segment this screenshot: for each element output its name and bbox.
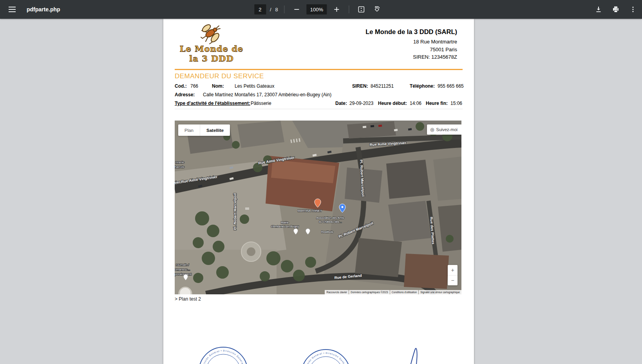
date-label: Date: bbox=[335, 101, 347, 106]
logo-line1: Le Monde de bbox=[174, 44, 249, 54]
map-type-toggle: Plan Satellite bbox=[178, 124, 230, 136]
menu-icon[interactable] bbox=[5, 3, 19, 16]
satellite-map-image[interactable]: Rue Aimé Vingtrinier Rue Aimé Vingtrinie… bbox=[175, 121, 461, 294]
heure-fin-value: 15:06 bbox=[450, 101, 462, 106]
page-number-input[interactable]: 2 bbox=[254, 4, 266, 14]
poi-label: Association des Amis bbox=[316, 216, 344, 220]
print-button[interactable] bbox=[610, 4, 622, 15]
date-value: 29-09-2023 bbox=[349, 101, 373, 106]
street-label-partial: omanesc... bbox=[175, 268, 190, 271]
attribution-data-label: Données cartographiques ©2023 bbox=[349, 290, 390, 294]
heure-debut-label: Heure début: bbox=[378, 101, 407, 106]
company-block: Le Monde de la 3 DDD (SARL) 18 Rue Montm… bbox=[365, 28, 457, 61]
zoom-in-button[interactable] bbox=[331, 4, 342, 15]
poi-label: Mairie bbox=[281, 221, 289, 224]
type-activite-label: Type d'activité de l'établissement: bbox=[175, 101, 250, 106]
map-zoom-in-button[interactable]: + bbox=[448, 265, 458, 276]
fit-page-icon bbox=[357, 5, 365, 13]
map-plan-button[interactable]: Plan bbox=[178, 124, 200, 136]
page-divider: / bbox=[270, 7, 271, 13]
street-label-partial: roumain / bbox=[176, 263, 189, 267]
stamp-seal: • Dirección General • Dirección General … bbox=[198, 346, 249, 364]
rotate-button[interactable] bbox=[371, 4, 383, 15]
heure-fin-label: Heure fin: bbox=[426, 101, 448, 106]
document-title: pdfparte.php bbox=[27, 6, 60, 13]
zoom-level: 100% bbox=[307, 4, 327, 14]
more-options-button[interactable] bbox=[627, 4, 639, 15]
company-name: Le Monde de la 3 DDD (SARL) bbox=[365, 28, 457, 36]
print-icon bbox=[612, 5, 620, 13]
fit-to-page-button[interactable] bbox=[355, 4, 367, 15]
siren-value: 845211251 bbox=[371, 83, 394, 89]
company-address1: 18 Rue Montmartre bbox=[365, 38, 457, 46]
pdf-viewer: pdfparte.php 2 / 8 100% bbox=[0, 0, 642, 364]
download-icon bbox=[595, 5, 602, 13]
section-heading: DEMANDEUR DU SERVICE bbox=[175, 72, 264, 80]
stamp-arc-text: • Dirección General • Dirección General … bbox=[300, 348, 348, 364]
fly-logo-icon bbox=[199, 23, 224, 45]
page-total: 8 bbox=[275, 7, 278, 13]
map-zoom-control: + − bbox=[448, 265, 458, 285]
telephone-label: Téléphone: bbox=[410, 83, 435, 89]
follow-me-button[interactable]: ◎ Suivez-moi bbox=[427, 124, 461, 135]
rotate-icon bbox=[373, 5, 381, 13]
poi-label: d'Ambérieu en Bugey bbox=[271, 225, 299, 228]
heure-debut-value: 14:06 bbox=[410, 101, 421, 106]
follow-me-label: Suivez-moi bbox=[436, 127, 458, 132]
kebab-menu-icon bbox=[629, 6, 637, 13]
adresse-value: Calle Martínez Montañés 17, 23007 Ambéri… bbox=[203, 92, 331, 97]
stamp-arc-text: • Dirección General • Dirección General … bbox=[198, 346, 245, 364]
attribution-report-link[interactable]: Signaler une erreur cartographique bbox=[419, 290, 461, 294]
map-satellite-button[interactable]: Satellite bbox=[200, 124, 230, 136]
company-siren: SIREN: 12345678Z bbox=[365, 53, 457, 61]
map-attribution: Raccourcis clavier Données cartographiqu… bbox=[325, 290, 461, 294]
target-icon: ◎ bbox=[430, 127, 434, 132]
attribution-shortcuts-link[interactable]: Raccourcis clavier bbox=[325, 290, 349, 294]
plus-icon bbox=[333, 6, 340, 13]
siren-label: SIREN: bbox=[352, 83, 368, 89]
attribution-terms-link[interactable]: Conditions d'utilisation bbox=[390, 290, 418, 294]
street-label-partial: harrois bbox=[175, 165, 184, 169]
poi-label: du Château des... bbox=[318, 220, 342, 223]
poi-label: MARTINA THINEY bbox=[298, 209, 322, 213]
svg-text:• Dirección General • Direcció: • Dirección General • Dirección General … bbox=[198, 346, 245, 364]
accent-rule bbox=[175, 69, 463, 70]
zoom-out-button[interactable] bbox=[291, 4, 303, 15]
pdf-toolbar: pdfparte.php 2 / 8 100% bbox=[0, 0, 642, 19]
embedded-map: Rue Aimé Vingtrinier Rue Aimé Vingtrinie… bbox=[175, 121, 461, 294]
section-divider bbox=[175, 109, 463, 109]
logo-wordmark: Le Monde de la 3 DDD bbox=[174, 44, 249, 63]
company-address2: 75001 Paris bbox=[365, 46, 457, 54]
cod-value: 766 bbox=[190, 83, 198, 89]
adresse-label: Adresse: bbox=[175, 92, 195, 97]
logo-line2: la 3 DDD bbox=[174, 54, 249, 63]
download-button[interactable] bbox=[593, 4, 604, 15]
svg-text:• Dirección General • Direcció: • Dirección General • Dirección General … bbox=[300, 348, 348, 364]
toolbar-divider bbox=[284, 5, 285, 13]
poi-label: Realibois bbox=[321, 230, 333, 234]
telephone-value: 955 665 665 bbox=[438, 83, 464, 89]
map-caption: > Plan test 2 bbox=[175, 296, 201, 302]
street-label-partial: porairement bbox=[175, 272, 192, 276]
type-activite-value: Pâtisserie bbox=[251, 101, 271, 106]
nom-value: Les Petits Gateaux bbox=[235, 83, 274, 89]
nom-label: Nom: bbox=[212, 83, 224, 89]
toolbar-divider bbox=[349, 5, 349, 13]
street-label-partial: nnerie bbox=[175, 160, 184, 164]
signature-stroke bbox=[403, 347, 427, 364]
map-zoom-out-button[interactable]: − bbox=[448, 276, 458, 286]
stamp-seal: • Dirección General • Dirección General … bbox=[300, 348, 351, 364]
minus-icon bbox=[294, 6, 300, 13]
pdf-page: Le Monde de la 3 DDD Le Monde de la 3 DD… bbox=[163, 19, 474, 364]
street-label: Pl. Robert Marcelpoil bbox=[233, 193, 237, 231]
cod-label: Cod.: bbox=[175, 83, 187, 89]
